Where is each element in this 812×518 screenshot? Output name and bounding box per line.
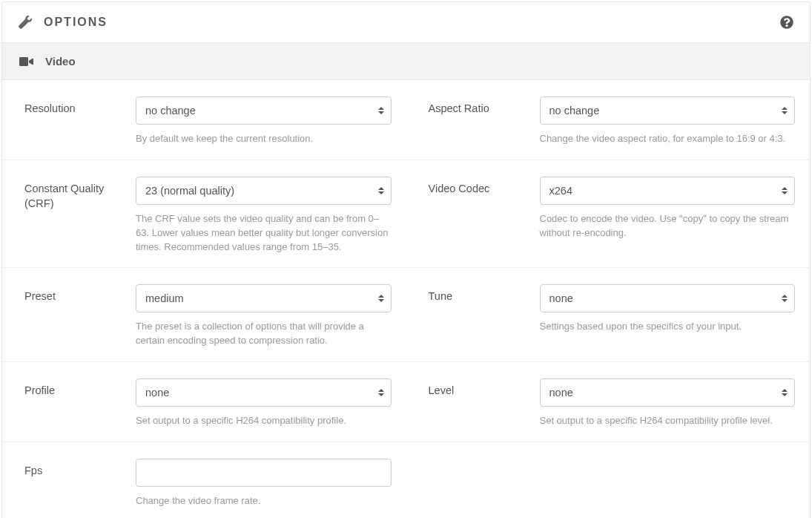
video-section-header: Video [2, 43, 810, 80]
video-section-title: Video [45, 55, 76, 68]
field-profile: Profile none Set output to a specific H2… [2, 378, 406, 428]
row-crf-codec: Constant Quality (CRF) 23 (normal qualit… [2, 160, 810, 269]
wrench-icon [19, 16, 32, 29]
panel-header: OPTIONS [2, 2, 810, 43]
tune-select[interactable]: none [540, 284, 796, 312]
preset-label: Preset [2, 284, 136, 348]
level-select[interactable]: none [540, 378, 796, 407]
preset-value: medium [145, 292, 184, 304]
crf-label: Constant Quality (CRF) [2, 177, 136, 255]
video-codec-select[interactable]: x264 [540, 177, 796, 205]
video-codec-label: Video Codec [406, 177, 540, 255]
level-help: Set output to a specific H264 compatibil… [540, 414, 796, 428]
options-panel: OPTIONS Video Resolution no change By de… [1, 1, 811, 518]
aspect-ratio-select[interactable]: no change [540, 96, 796, 125]
field-fps: Fps Change the video frame rate. [2, 459, 406, 508]
tune-label: Tune [406, 284, 540, 348]
crf-help: The CRF value sets the video quality and… [136, 212, 392, 255]
aspect-ratio-value: no change [549, 105, 600, 117]
video-camera-icon [19, 56, 33, 68]
help-icon[interactable] [780, 16, 793, 29]
field-aspect-ratio: Aspect Ratio no change Change the video … [406, 96, 811, 146]
aspect-ratio-help: Change the video aspect ratio, for examp… [540, 132, 796, 146]
row-fps: Fps Change the video frame rate. [2, 442, 810, 518]
level-value: none [549, 387, 573, 399]
field-level: Level none Set output to a specific H264… [406, 378, 811, 428]
preset-select[interactable]: medium [136, 284, 392, 312]
row-profile-level: Profile none Set output to a specific H2… [2, 362, 810, 442]
video-codec-help: Codec to encode the video. Use "copy" to… [540, 212, 796, 240]
fps-help: Change the video frame rate. [136, 494, 392, 508]
resolution-label: Resolution [2, 96, 136, 146]
panel-title: OPTIONS [44, 16, 108, 29]
profile-value: none [145, 387, 169, 399]
row-resolution-aspect: Resolution no change By default we keep … [2, 80, 810, 160]
field-tune: Tune none Settings based upon the specif… [406, 284, 811, 348]
tune-help: Settings based upon the specifics of you… [540, 320, 796, 334]
crf-value: 23 (normal quality) [145, 185, 234, 197]
resolution-value: no change [145, 105, 196, 117]
resolution-select[interactable]: no change [136, 96, 392, 125]
profile-label: Profile [2, 378, 136, 428]
field-crf: Constant Quality (CRF) 23 (normal qualit… [2, 177, 406, 255]
fps-label: Fps [2, 459, 136, 508]
video-codec-value: x264 [549, 185, 572, 197]
tune-value: none [549, 292, 573, 304]
field-video-codec: Video Codec x264 Codec to encode the vid… [406, 177, 811, 255]
fps-input[interactable] [136, 459, 392, 487]
profile-help: Set output to a specific H264 compatibil… [136, 414, 392, 428]
resolution-help: By default we keep the current resolutio… [136, 132, 392, 146]
field-resolution: Resolution no change By default we keep … [2, 96, 406, 146]
profile-select[interactable]: none [136, 378, 392, 407]
level-label: Level [406, 378, 540, 428]
field-preset: Preset medium The preset is a collection… [2, 284, 406, 348]
row-preset-tune: Preset medium The preset is a collection… [2, 268, 810, 362]
preset-help: The preset is a collection of options th… [136, 320, 392, 348]
crf-select[interactable]: 23 (normal quality) [136, 177, 392, 205]
aspect-ratio-label: Aspect Ratio [406, 96, 540, 146]
